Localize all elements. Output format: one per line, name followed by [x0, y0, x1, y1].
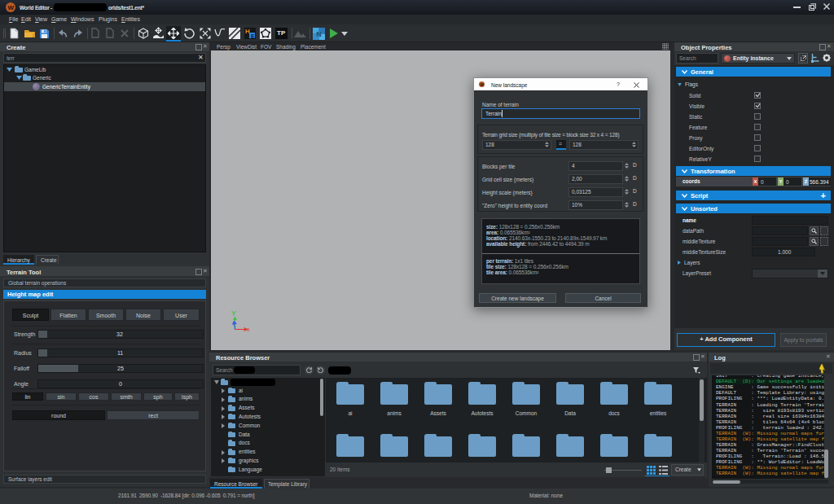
svg-text:x: x: [247, 327, 250, 332]
svg-text:Y: Y: [231, 309, 236, 318]
svg-text:N: N: [316, 30, 322, 38]
